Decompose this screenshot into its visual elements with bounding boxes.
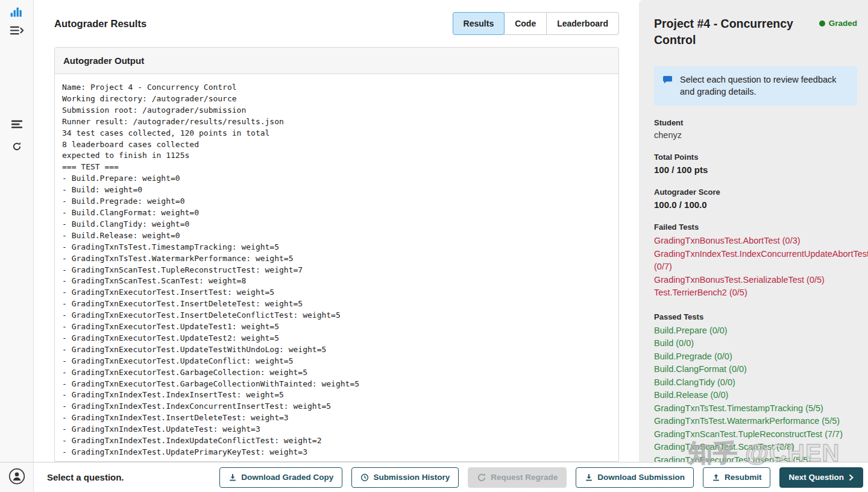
info-note-text: Select each question to review feedback … [680,74,849,98]
failed-test-link[interactable]: GradingTxnBonusTest.SerializableTest (0/… [654,274,857,287]
select-question-message: Select a question. [47,472,124,482]
next-question-button[interactable]: Next Question [779,467,863,488]
account-rail-cell [0,462,34,492]
total-points-section: Total Points 100 / 100 pts [654,153,857,175]
passed-test-link[interactable]: Build.Release (0/0) [654,389,857,402]
failed-tests-section: Failed Tests GradingTxnBonusTest.AbortTe… [654,222,857,300]
refresh-icon [477,473,486,482]
passed-test-link[interactable]: Build.ClangFormat (0/0) [654,363,857,376]
submission-history-button-label: Submission History [373,473,450,482]
left-rail-top-icons [10,5,24,43]
autograder-results-page: Autograder Results ResultsCodeLeaderboar… [0,0,868,492]
passed-test-link[interactable]: Build (0/0) [654,337,857,350]
playlist-icon[interactable] [11,120,22,131]
info-note-box: Select each question to review feedback … [654,66,857,106]
passed-test-link[interactable]: GradingTxnTsTest.WatermarkPerformance (5… [654,415,857,428]
passed-test-link[interactable]: Build.Prepare (0/0) [654,324,857,338]
menu-expand-icon[interactable] [10,25,24,38]
download-graded-copy-button-label: Download Graded Copy [241,473,333,482]
action-bar-main: Select a question. Download Graded CopyS… [34,462,868,492]
download-submission-button[interactable]: Download Submission [576,467,694,488]
tab-leaderboard[interactable]: Leaderboard [546,12,619,35]
total-points-label: Total Points [654,153,857,162]
tab-results[interactable]: Results [453,12,505,35]
next-question-button-label: Next Question [788,473,844,482]
graded-dot-icon [819,20,825,27]
autograder-score-section: Autograder Score 100.0 / 100.0 [654,188,857,210]
passed-test-link[interactable]: Build.ClangTidy (0/0) [654,376,857,390]
download-graded-copy-button[interactable]: Download Graded Copy [219,467,342,488]
student-label: Student [654,118,857,127]
status-badge-label: Graded [829,19,857,28]
failed-test-link[interactable]: GradingTxnIndexTest.IndexConcurrentUpdat… [654,248,857,274]
passed-test-link[interactable]: GradingTxnExecutorTest.InsertTest (5/5) [654,454,857,462]
passed-test-link[interactable]: GradingTxnTsTest.TimestampTracking (5/5) [654,402,857,415]
clock-icon [360,473,369,482]
request-regrade-button-label: Request Regrade [491,473,558,482]
failed-tests-label: Failed Tests [654,222,857,232]
passed-test-link[interactable]: GradingTxnScanTest.ScanTest (8/8) [654,441,857,454]
results-main: Autograder Results ResultsCodeLeaderboar… [34,0,639,462]
autograder-score-value: 100.0 / 100.0 [654,200,857,210]
autograder-output-panel: Autograder Output Name: Project 4 - Conc… [54,47,619,462]
passed-tests-list: Build.Prepare (0/0)Build (0/0)Build.Preg… [654,324,857,462]
results-header-row: Autograder Results ResultsCodeLeaderboar… [54,0,619,47]
failed-test-link[interactable]: GradingTxnBonusTest.AbortTest (0/3) [654,235,857,248]
main-row: Autograder Results ResultsCodeLeaderboar… [0,0,868,462]
download-icon [585,473,593,482]
tab-code[interactable]: Code [504,12,547,35]
upload-icon [712,473,720,482]
bar-chart-icon[interactable] [10,5,24,20]
passed-tests-label: Passed Tests [654,312,857,321]
comment-icon [662,75,673,98]
request-regrade-button: Request Regrade [468,467,567,488]
autograder-output-panel-title: Autograder Output [55,48,618,74]
passed-test-link[interactable]: Build.Pregrade (0/0) [654,350,857,364]
passed-test-link[interactable]: GradingTxnScanTest.TupleReconstructTest … [654,428,857,441]
autograder-output-text: Name: Project 4 - Concurrency Control Wo… [55,74,618,461]
user-icon[interactable] [8,468,25,487]
failed-test-link[interactable]: Test.TerrierBench2 (0/5) [654,286,857,300]
left-icon-rail [0,0,34,462]
resubmit-button[interactable]: Resubmit [703,467,771,488]
action-bar: Select a question. Download Graded CopyS… [0,462,868,492]
student-value: chenyz [654,130,857,140]
chevron-right-icon [848,474,854,481]
left-rail-tool-icons [11,120,22,154]
action-buttons: Download Graded CopySubmission HistoryRe… [219,467,863,488]
project-title: Project #4 - Concurrency Control [654,16,819,48]
page-title: Autograder Results [54,18,146,30]
download-submission-button-label: Download Submission [597,473,685,482]
failed-tests-list: GradingTxnBonusTest.AbortTest (0/3)Gradi… [654,235,857,300]
status-badge: Graded [819,19,857,28]
student-section: Student chenyz [654,118,857,140]
project-title-row: Project #4 - Concurrency Control Graded [654,16,857,48]
autograder-score-label: Autograder Score [654,188,857,197]
download-icon [228,473,237,482]
submission-summary-panel: Project #4 - Concurrency Control Graded … [639,0,868,462]
resubmit-button-label: Resubmit [725,473,762,482]
total-points-value: 100 / 100 pts [654,165,857,175]
submission-history-button[interactable]: Submission History [351,467,459,488]
passed-tests-section: Passed Tests Build.Prepare (0/0)Build (0… [654,312,857,462]
view-tabs: ResultsCodeLeaderboard [453,12,619,35]
autograder-output-panel-body[interactable]: Name: Project 4 - Concurrency Control Wo… [55,74,618,461]
refresh-icon[interactable] [12,142,22,154]
